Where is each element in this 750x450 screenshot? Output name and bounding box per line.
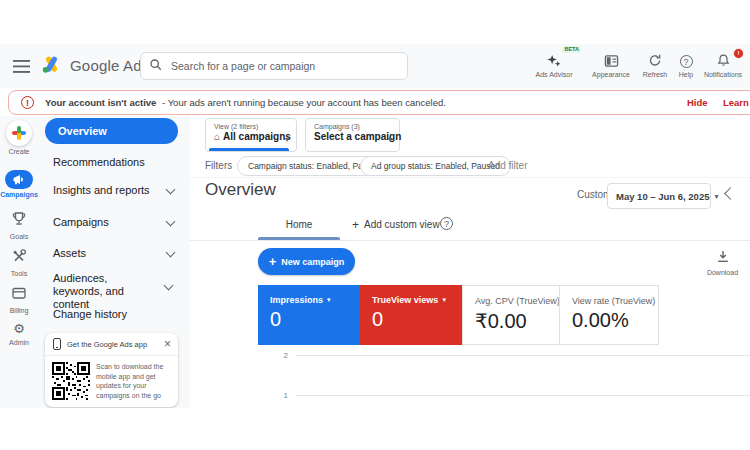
phone-icon bbox=[53, 338, 61, 350]
google-ads-logo-mark bbox=[40, 54, 63, 76]
nav-item-insights-and-reports[interactable]: Insights and reports bbox=[45, 184, 186, 196]
gear-icon: ⚙ bbox=[0, 321, 38, 337]
rail-item-tools[interactable]: Tools bbox=[0, 248, 38, 277]
nav-item-recommendations[interactable]: Recommendations bbox=[45, 156, 186, 168]
chart-y-tick: 2 bbox=[274, 351, 288, 360]
appearance-icon bbox=[587, 52, 635, 68]
chevron-down-icon bbox=[164, 281, 174, 291]
custom-view-help-button[interactable]: ? bbox=[440, 217, 453, 230]
date-range-picker[interactable]: May 10 – Jun 6, 2025 ▾ bbox=[607, 183, 711, 209]
campaign-selector[interactable]: Campaigns (3) Select a campaign ▾ bbox=[305, 118, 400, 152]
brand-text: Google Ads bbox=[70, 57, 150, 74]
notification-alert-badge: ! bbox=[733, 48, 744, 59]
caret-icon: ▾ bbox=[714, 192, 718, 201]
add-filter-button[interactable]: Add filter bbox=[488, 160, 527, 171]
banner-message: - Your ads aren't running because your a… bbox=[162, 97, 446, 108]
top-app-bar: Google Ads BETA Ads Advisor bbox=[0, 44, 750, 88]
new-campaign-button[interactable]: + New campaign bbox=[258, 248, 355, 275]
ads-advisor-button[interactable]: BETA Ads Advisor bbox=[531, 52, 577, 78]
tab-home[interactable]: Home bbox=[258, 219, 340, 230]
rail-item-admin[interactable]: ⚙ Admin bbox=[0, 321, 38, 346]
rail-item-goals[interactable]: Goals bbox=[0, 211, 38, 240]
search-input[interactable] bbox=[169, 54, 403, 78]
beta-badge: BETA bbox=[562, 46, 581, 53]
scorecard-view-rate: View rate (TrueView) 0.00% bbox=[559, 285, 659, 345]
notifications-button[interactable]: ! Notifications bbox=[700, 52, 746, 78]
chevron-down-icon bbox=[166, 248, 176, 258]
scorecard-value: 0 bbox=[270, 308, 360, 331]
nav-item-overview[interactable]: Overview bbox=[45, 118, 178, 144]
scorecard-avg-cpv: Avg. CPV (TrueView) ₹0.00 bbox=[462, 285, 560, 345]
chevron-down-icon bbox=[166, 217, 176, 227]
help-icon: ? bbox=[680, 55, 693, 68]
rail-item-create[interactable]: Create bbox=[0, 120, 38, 155]
trophy-icon bbox=[0, 211, 38, 231]
page-title: Overview bbox=[205, 180, 276, 200]
banner-hide-link[interactable]: Hide bbox=[687, 97, 708, 108]
nav-item-audiences-keywords-content[interactable]: Audiences, keywords, and content bbox=[45, 272, 178, 311]
help-icon: ? bbox=[440, 217, 453, 230]
create-plus-icon bbox=[6, 120, 32, 146]
chevron-down-icon bbox=[166, 185, 176, 195]
scorecard-trueview-views[interactable]: TrueView views ▾ 0 bbox=[360, 285, 462, 345]
promo-body-text: Scan to download the mobile app and get … bbox=[96, 362, 172, 404]
caret-icon: ▾ bbox=[442, 296, 446, 304]
add-custom-view-button[interactable]: +Add custom view bbox=[352, 218, 440, 232]
menu-icon[interactable] bbox=[13, 60, 30, 73]
plus-icon: + bbox=[352, 218, 359, 232]
filters-label: Filters bbox=[205, 160, 232, 171]
screenshot-canvas: Google Ads BETA Ads Advisor bbox=[0, 0, 750, 450]
collapse-chevron-icon[interactable] bbox=[724, 187, 737, 200]
sparkle-icon: BETA bbox=[531, 52, 577, 68]
scorecard-value: 0.00% bbox=[572, 309, 658, 332]
home-icon: ⌂ bbox=[214, 131, 220, 142]
chart-gridline bbox=[296, 395, 750, 396]
scorecard-impressions[interactable]: Impressions ▾ 0 bbox=[258, 285, 360, 345]
nav-item-change-history[interactable]: Change history bbox=[45, 308, 186, 320]
global-search bbox=[140, 52, 408, 80]
view-selector[interactable]: View (2 filters) ⌂ All campaigns ▾ bbox=[205, 118, 297, 152]
search-icon bbox=[149, 58, 163, 72]
wallet-icon bbox=[0, 285, 38, 305]
refresh-button[interactable]: Refresh bbox=[639, 52, 671, 78]
caret-icon: ▾ bbox=[327, 296, 331, 304]
rail-item-campaigns[interactable]: Campaigns bbox=[0, 170, 38, 198]
section-divider bbox=[190, 177, 750, 178]
plus-icon: + bbox=[269, 254, 277, 269]
banner-title: Your account isn't active bbox=[45, 97, 156, 108]
download-button[interactable]: Download bbox=[700, 249, 745, 276]
bell-icon: ! bbox=[700, 52, 746, 68]
promo-title: Get the Google Ads app bbox=[67, 340, 147, 349]
qr-code bbox=[52, 362, 90, 404]
nav-item-campaigns[interactable]: Campaigns bbox=[45, 216, 186, 228]
caret-icon: ▾ bbox=[285, 135, 289, 144]
scorecard-value: ₹0.00 bbox=[475, 309, 559, 333]
tools-icon bbox=[0, 248, 38, 268]
chart-gridline bbox=[296, 355, 750, 356]
google-ads-app-window: Google Ads BETA Ads Advisor bbox=[0, 44, 750, 408]
alert-icon: ! bbox=[21, 96, 34, 109]
active-view-underline bbox=[209, 148, 289, 151]
close-icon[interactable]: × bbox=[164, 337, 171, 351]
active-tab-underline bbox=[258, 237, 340, 240]
chart-y-tick: 1 bbox=[274, 391, 288, 400]
banner-learn-more-link[interactable]: Learn more bbox=[723, 97, 750, 108]
tabs-divider bbox=[190, 240, 750, 241]
google-ads-logo[interactable]: Google Ads bbox=[40, 54, 150, 76]
mobile-app-promo-card: Get the Google Ads app × bbox=[45, 333, 178, 407]
refresh-icon bbox=[639, 52, 671, 68]
account-alert-banner: ! Your account isn't active - Your ads a… bbox=[8, 90, 750, 115]
megaphone-icon bbox=[5, 170, 33, 189]
caret-icon: ▾ bbox=[388, 135, 392, 144]
rail-item-billing[interactable]: Billing bbox=[0, 285, 38, 314]
help-button[interactable]: ? Help bbox=[673, 52, 699, 78]
download-icon bbox=[700, 249, 745, 267]
nav-item-assets[interactable]: Assets bbox=[45, 247, 186, 259]
scorecard-value: 0 bbox=[372, 308, 462, 331]
appearance-button[interactable]: Appearance bbox=[587, 52, 635, 78]
